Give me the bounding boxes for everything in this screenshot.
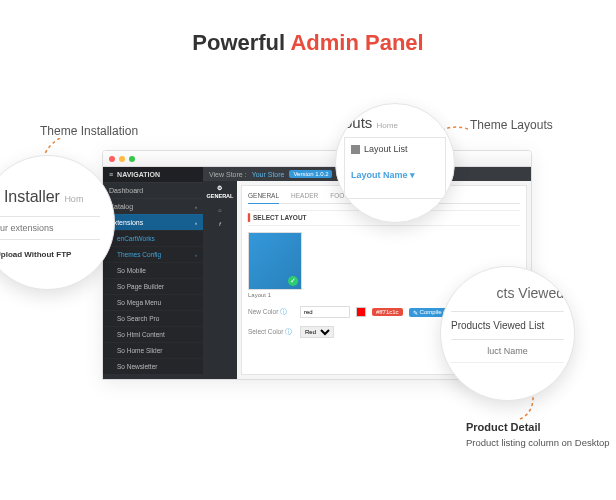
layout-name-link[interactable]: Layout Name ▾	[351, 170, 439, 180]
sidebar-item-so-html-content[interactable]: So Html Content	[103, 326, 203, 342]
close-dot[interactable]	[109, 156, 115, 162]
color-hex-chip: #ff71c1c	[372, 308, 403, 316]
layouts-heading: outs Home	[344, 114, 446, 131]
chevron-down-icon: ▾	[410, 170, 415, 180]
sidebar-header-label: NAVIGATION	[117, 171, 160, 178]
sidebar-item-so-home-slider[interactable]: So Home Slider	[103, 342, 203, 358]
chevron-right-icon: ›	[195, 252, 197, 258]
title-b: Admin Panel	[290, 30, 423, 55]
topbar-version: Version 1.0.2	[289, 170, 332, 178]
gear-icon: ⚙	[217, 185, 222, 191]
sidebar-item-so-newsletter[interactable]: So Newsletter	[103, 358, 203, 374]
tool-social[interactable]: f	[219, 221, 221, 227]
new-color-label: New Color ⓘ	[248, 308, 294, 317]
tool-home[interactable]: ⌂	[218, 207, 221, 213]
layout-thumbnail[interactable]: ✓	[248, 232, 302, 290]
select-color-dropdown[interactable]: Red	[300, 326, 334, 338]
chevron-right-icon: ›	[195, 220, 197, 226]
sidebar: ≡ NAVIGATION DashboardCatalog›Extensions…	[103, 167, 203, 379]
installer-upload: Upload Without FTP	[0, 250, 100, 259]
tool-column: ⚙ GENERAL ⌂ f	[203, 181, 237, 379]
min-dot[interactable]	[119, 156, 125, 162]
sidebar-item-extensions[interactable]: Extensions›	[103, 214, 203, 230]
sidebar-item-encartworks[interactable]: enCartWorks	[103, 230, 203, 246]
products-viewed-cell: luct Name	[451, 340, 564, 363]
facebook-icon: f	[219, 221, 221, 227]
title-a: Powerful	[192, 30, 285, 55]
sidebar-item-so-search-pro[interactable]: So Search Pro	[103, 310, 203, 326]
sidebar-item-themes-config[interactable]: Themes Config›	[103, 246, 203, 262]
topbar-store[interactable]: Your Store	[252, 171, 285, 178]
window-chrome	[103, 151, 531, 167]
layout-list-title: Layout List	[351, 144, 439, 154]
select-color-label: Select Color ⓘ	[248, 328, 294, 337]
check-icon: ✓	[288, 276, 298, 286]
sidebar-item-so-mega-menu[interactable]: So Mega Menu	[103, 294, 203, 310]
tool-general[interactable]: ⚙ GENERAL	[207, 185, 234, 199]
products-viewed-heading: cts Viewed	[451, 285, 564, 301]
home-icon: ⌂	[218, 207, 221, 213]
products-viewed-list-title: Products Viewed List	[451, 311, 564, 340]
annotation-theme-layouts: Theme Layouts	[470, 118, 553, 132]
tab-header[interactable]: HEADER	[291, 190, 318, 203]
info-icon[interactable]: ⓘ	[280, 308, 287, 315]
sidebar-header: ≡ NAVIGATION	[103, 167, 203, 182]
installer-heading: . Installer Hom	[0, 188, 100, 206]
max-dot[interactable]	[129, 156, 135, 162]
sidebar-item-dashboard[interactable]: Dashboard	[103, 182, 203, 198]
pencil-icon: ✎	[413, 309, 418, 316]
annotation-product-detail: Product Detail Product listing column on…	[466, 421, 610, 449]
tab-general[interactable]: GENERAL	[248, 190, 279, 204]
info-icon[interactable]: ⓘ	[285, 328, 292, 335]
topbar-label: View Store :	[209, 171, 247, 178]
list-icon	[351, 145, 360, 154]
lens-products-viewed: cts Viewed Products Viewed List luct Nam…	[440, 266, 575, 401]
chevron-right-icon: ›	[195, 204, 197, 210]
lens-layouts: outs Home Layout List Layout Name ▾	[335, 103, 455, 223]
annotation-theme-installation: Theme Installation	[40, 124, 138, 138]
new-color-input[interactable]	[300, 306, 350, 318]
annotation-detail-sub: Product listing column on Desktop	[466, 437, 610, 448]
page-title: Powerful Admin Panel	[0, 30, 616, 56]
sidebar-item-so-page-builder[interactable]: So Page Builder	[103, 278, 203, 294]
sidebar-item-so-mobile[interactable]: So Mobile	[103, 262, 203, 278]
tool-general-label: GENERAL	[207, 193, 234, 199]
hamburger-icon[interactable]: ≡	[109, 171, 113, 178]
annotation-detail-title: Product Detail	[466, 421, 610, 433]
color-swatch[interactable]	[356, 307, 366, 317]
sidebar-item-catalog[interactable]: Catalog›	[103, 198, 203, 214]
installer-row: our extensions	[0, 216, 100, 240]
